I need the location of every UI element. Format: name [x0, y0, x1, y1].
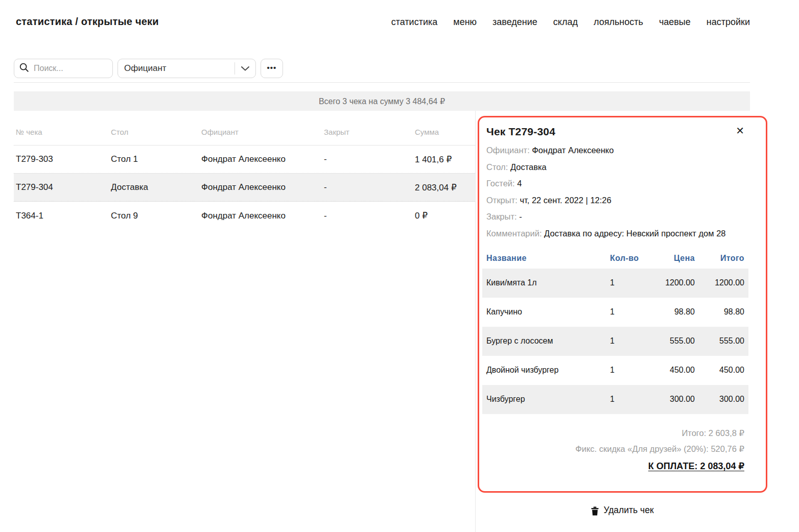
receipt-field-2: Гостей: 4 — [486, 178, 744, 189]
toolbar-divider — [14, 82, 750, 83]
table-row[interactable]: Т279-304ДоставкаФондрат Алексеенко-2 083… — [14, 174, 475, 202]
item-price: 1200.00 — [659, 278, 695, 287]
cell-waiter: Фондрат Алексеенко — [201, 154, 324, 164]
search-input[interactable] — [33, 63, 107, 74]
waiter-filter-label: Официант — [124, 63, 234, 74]
item-qty: 1 — [610, 307, 659, 317]
cell-waiter: Фондрат Алексеенко — [201, 211, 324, 221]
nav-item-6[interactable]: настройки — [707, 17, 750, 28]
select-divider — [234, 62, 235, 75]
more-filters-button[interactable]: ••• — [261, 59, 283, 78]
delete-receipt-button[interactable]: Удалить чек — [478, 504, 767, 516]
receipt-items-table: Название Кол-во Цена Итого Киви/мята 1л1… — [486, 248, 744, 414]
receipt-field-0: Официант: Фондрат Алексеенко — [486, 144, 744, 156]
col-header-number: № чека — [16, 128, 111, 136]
items-header: Название Кол-во Цена Итого — [482, 248, 748, 269]
item-qty: 1 — [610, 395, 659, 404]
field-value: 4 — [517, 179, 522, 188]
nav-item-2[interactable]: заведение — [492, 17, 537, 28]
cell-closed: - — [324, 211, 415, 221]
discount-line: Фикс. скидка «Для друзей» (20%): 520,76 … — [486, 441, 744, 457]
subtotal-line: Итого: 2 603,8 ₽ — [486, 425, 744, 441]
cell-sum: 1 401,6 ₽ — [415, 154, 473, 165]
search-box[interactable] — [14, 59, 113, 78]
item-price: 98.80 — [659, 307, 695, 317]
item-total: 555.00 — [695, 336, 744, 346]
waiter-filter-select[interactable]: Официант — [118, 59, 256, 78]
receipts-table-header: № чека Стол Официант Закрыт Сумма — [14, 111, 475, 146]
item-total: 1200.00 — [695, 278, 744, 287]
cell-table: Стол 1 — [111, 154, 201, 164]
cell-waiter: Фондрат Алексеенко — [201, 182, 324, 192]
receipt-field-3: Открыт: чт, 22 сент. 2022 | 12:26 — [486, 195, 744, 206]
item-row: Двойной чизбургер1450.00450.00 — [482, 356, 748, 385]
delete-receipt-label: Удалить чек — [603, 505, 653, 516]
table-row[interactable]: Т279-303Стол 1Фондрат Алексеенко-1 401,6… — [14, 146, 475, 174]
nav-item-5[interactable]: чаевые — [659, 17, 691, 28]
receipt-items-body: Киви/мята 1л11200.001200.00Капучино198.8… — [486, 269, 744, 414]
nav-item-3[interactable]: склад — [553, 17, 578, 28]
trash-icon — [591, 506, 599, 516]
payable-line: К ОПЛАТЕ: 2 083,04 ₽ — [486, 461, 744, 472]
page: статистика / открытые чеки статистикамен… — [0, 0, 799, 532]
field-label: Комментарий: — [486, 229, 542, 238]
nav-item-1[interactable]: меню — [453, 17, 477, 28]
cell-sum: 2 083,04 ₽ — [415, 182, 473, 193]
item-name: Капучино — [486, 307, 610, 317]
field-value: Доставка — [510, 162, 547, 172]
item-price: 300.00 — [659, 395, 695, 404]
field-value: чт, 22 сент. 2022 | 12:26 — [520, 196, 611, 205]
cell-table: Доставка — [111, 182, 201, 192]
field-label: Официант: — [486, 146, 530, 155]
close-icon[interactable]: ✕ — [736, 126, 744, 136]
item-total: 300.00 — [695, 395, 744, 404]
summary-bar: Всего 3 чека на сумму 3 484,64 ₽ — [14, 91, 750, 111]
receipt-field-5: Комментарий: Доставка по адресу: Невский… — [486, 228, 744, 239]
col-header-sum: Сумма — [415, 128, 473, 136]
receipts-table-body: Т279-303Стол 1Фондрат Алексеенко-1 401,6… — [14, 146, 475, 230]
item-price: 555.00 — [659, 336, 695, 346]
main-nav: статистикаменюзаведениескладлояльностьча… — [391, 17, 750, 28]
item-row: Бургер с лососем1555.00555.00 — [482, 327, 748, 356]
cell-number: Т279-304 — [16, 182, 111, 192]
receipt-fields: Официант: Фондрат АлексеенкоСтол: Достав… — [486, 144, 744, 239]
receipt-field-4: Закрыт: - — [486, 211, 744, 223]
cell-sum: 0 ₽ — [415, 210, 473, 221]
item-qty: 1 — [610, 278, 659, 287]
breadcrumb: статистика / открытые чеки — [16, 16, 159, 28]
summary-text: Всего 3 чека на сумму 3 484,64 ₽ — [319, 96, 445, 106]
col-header-table: Стол — [111, 128, 201, 136]
item-name: Бургер с лососем — [486, 336, 610, 346]
panel-divider — [475, 111, 476, 532]
item-name: Чизбургер — [486, 395, 610, 404]
item-total: 450.00 — [695, 366, 744, 375]
items-col-qty: Кол-во — [610, 254, 659, 263]
nav-item-4[interactable]: лояльность — [594, 17, 643, 28]
items-col-name: Название — [486, 254, 610, 263]
field-label: Открыт: — [486, 196, 518, 205]
col-header-closed: Закрыт — [324, 128, 415, 136]
item-qty: 1 — [610, 336, 659, 346]
receipt-title: Чек Т279-304 — [486, 126, 555, 138]
card-header: Чек Т279-304 ✕ — [486, 126, 744, 138]
receipt-totals: Итого: 2 603,8 ₽ Фикс. скидка «Для друзе… — [486, 425, 744, 472]
items-col-price: Цена — [659, 254, 695, 263]
item-total: 98.80 — [695, 307, 744, 317]
item-row: Киви/мята 1л11200.001200.00 — [482, 269, 748, 298]
item-name: Киви/мята 1л — [486, 278, 610, 287]
items-col-total: Итого — [695, 254, 744, 263]
chevron-down-icon — [241, 63, 249, 74]
cell-closed: - — [324, 182, 415, 192]
toolbar: Официант ••• — [14, 59, 283, 78]
col-header-waiter: Официант — [201, 128, 324, 136]
table-row[interactable]: Т364-1Стол 9Фондрат Алексеенко-0 ₽ — [14, 202, 475, 230]
nav-item-0[interactable]: статистика — [391, 17, 438, 28]
receipt-detail-card: Чек Т279-304 ✕ Официант: Фондрат Алексее… — [478, 116, 767, 493]
field-label: Стол: — [486, 162, 508, 172]
item-qty: 1 — [610, 366, 659, 375]
search-icon — [19, 63, 29, 74]
field-value: - — [519, 212, 522, 221]
field-label: Закрыт: — [486, 212, 517, 221]
field-value: Доставка по адресу: Невский проспект дом… — [544, 229, 725, 238]
item-name: Двойной чизбургер — [486, 366, 610, 375]
